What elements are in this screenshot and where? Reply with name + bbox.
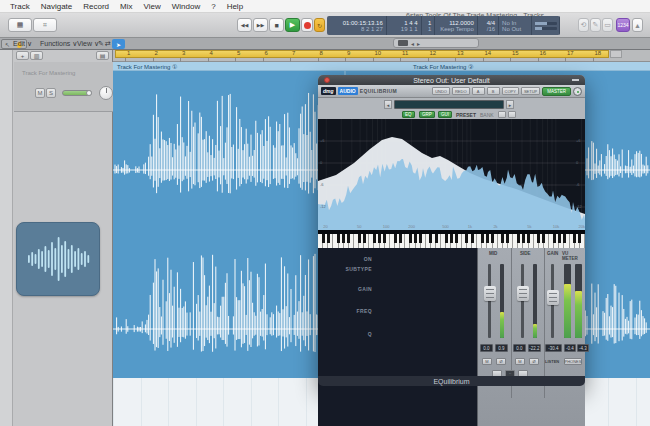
- plugin-title-bar[interactable]: Stereo Out: User Default: [318, 75, 585, 85]
- menu-view[interactable]: View ∨: [77, 40, 99, 48]
- piano-black-key[interactable]: [322, 234, 325, 243]
- cycle-button[interactable]: ↻: [314, 18, 325, 32]
- piano-black-key[interactable]: [491, 234, 494, 243]
- menu-?[interactable]: ?: [211, 2, 215, 11]
- piano-black-key[interactable]: [471, 234, 474, 243]
- stop-button[interactable]: ■: [269, 18, 284, 32]
- rewind-button[interactable]: ◀◀: [237, 18, 252, 32]
- play-button[interactable]: ▶: [285, 18, 300, 32]
- solo-track-button[interactable]: S: [46, 88, 56, 98]
- bar-ruler[interactable]: 123456789101112131415161718: [113, 50, 650, 62]
- piano-black-key[interactable]: [337, 234, 340, 243]
- piano-black-key[interactable]: [465, 234, 468, 243]
- phones-button[interactable]: PHONES: [564, 358, 582, 365]
- power-button[interactable]: [573, 87, 582, 96]
- pan-knob[interactable]: [99, 86, 113, 100]
- piano-black-key[interactable]: [558, 234, 561, 243]
- piano-black-key[interactable]: [399, 234, 402, 243]
- piano-black-key[interactable]: [537, 234, 540, 243]
- piano-black-key[interactable]: [414, 234, 417, 243]
- folder-icon[interactable]: [498, 111, 506, 118]
- piano-black-key[interactable]: [553, 234, 556, 243]
- piano-black-key[interactable]: [358, 234, 361, 243]
- menu-functions[interactable]: Functions ∨: [40, 40, 77, 48]
- piano-black-key[interactable]: [578, 234, 581, 243]
- mid-phase-button[interactable]: Ø: [496, 358, 506, 365]
- tab-grp[interactable]: GRP: [419, 111, 435, 118]
- tab-eq[interactable]: EQ: [402, 111, 415, 118]
- mute-button[interactable]: M: [35, 88, 45, 98]
- piano-black-key[interactable]: [481, 234, 484, 243]
- track-header[interactable]: Track For Mastering M S: [14, 62, 113, 112]
- plugin-window[interactable]: Stereo Out: User Default dmg AUDIO EQUIL…: [318, 75, 585, 386]
- piano-black-key[interactable]: [347, 234, 350, 243]
- menu-help[interactable]: Help: [227, 2, 243, 11]
- mid-mute-button[interactable]: M: [482, 358, 492, 365]
- piano-black-key[interactable]: [517, 234, 520, 243]
- plugin-btn-setup[interactable]: SETUP: [521, 87, 540, 95]
- piano-black-key[interactable]: [486, 234, 489, 243]
- piano-black-key[interactable]: [455, 234, 458, 243]
- piano-black-key[interactable]: [527, 234, 530, 243]
- menu-navigate[interactable]: Navigate: [41, 2, 73, 11]
- side-mute-button[interactable]: M: [515, 358, 525, 365]
- piano-black-key[interactable]: [373, 234, 376, 243]
- plugin-btn-redo[interactable]: REDO: [452, 87, 470, 95]
- duplicate-track-button[interactable]: ▥: [30, 51, 43, 60]
- piano-black-key[interactable]: [563, 234, 566, 243]
- drag-mode-icon[interactable]: [398, 40, 408, 46]
- preset-label[interactable]: PRESET: [456, 112, 476, 118]
- piano-black-key[interactable]: [419, 234, 422, 243]
- piano-black-key[interactable]: [429, 234, 432, 243]
- menu-track[interactable]: Track: [10, 2, 30, 11]
- menu-mix[interactable]: Mix: [120, 2, 132, 11]
- piano-black-key[interactable]: [383, 234, 386, 243]
- eq-spectrum-display[interactable]: +6+600-6-6-12-12 20501002005001k2k5k10k2…: [318, 119, 585, 230]
- nudge-icon[interactable]: ⇄: [105, 40, 111, 48]
- cycle-region-band[interactable]: [115, 50, 609, 58]
- menu-record[interactable]: Record: [83, 2, 109, 11]
- gain-fader[interactable]: [547, 290, 559, 305]
- left-arrow-icon[interactable]: ◂: [411, 40, 414, 47]
- right-arrow-icon[interactable]: ▸: [417, 40, 420, 47]
- tab-gui[interactable]: GUI: [438, 111, 452, 118]
- add-track-button[interactable]: +: [16, 51, 29, 60]
- lcd-display[interactable]: 01:00:15:13.168 2 1 271 4 419 1 111112.0…: [327, 16, 560, 35]
- piano-keyboard[interactable]: [318, 234, 585, 248]
- solo-button[interactable]: ▭: [602, 18, 613, 32]
- close-icon[interactable]: [324, 77, 330, 83]
- lcd-field-2[interactable]: 11: [422, 16, 436, 35]
- band-parameter-panel[interactable]: ONSUBTYPEGAINFREQQ: [318, 248, 477, 426]
- plugin-btn-copy[interactable]: COPY: [502, 87, 519, 95]
- snap-drag-controls[interactable]: ◂ ▸: [393, 38, 479, 48]
- save-icon[interactable]: [508, 111, 516, 118]
- audio-region-thumbnail[interactable]: [16, 222, 100, 296]
- side-fader[interactable]: [517, 286, 529, 301]
- lcd-field-1[interactable]: 1 4 419 1 1: [387, 16, 422, 35]
- piano-black-key[interactable]: [435, 234, 438, 243]
- region-title-bar[interactable]: Track For Mastering ① Track For Masterin…: [113, 62, 650, 71]
- metronome-button[interactable]: ▲: [632, 18, 643, 32]
- inspector-toggle-button[interactable]: ⌗: [33, 18, 57, 32]
- volume-slider[interactable]: [62, 90, 92, 96]
- catch-playhead-button[interactable]: ➤: [112, 39, 125, 49]
- bank-label[interactable]: BANK: [480, 112, 494, 118]
- piano-black-key[interactable]: [363, 234, 366, 243]
- count-in-button[interactable]: 1234: [616, 18, 630, 32]
- region-label-1[interactable]: Track For Mastering ①: [117, 63, 178, 70]
- plugin-btn-a[interactable]: A: [472, 87, 485, 95]
- lcd-field-3[interactable]: 112.0000Keep Tempo: [435, 16, 477, 35]
- piano-black-key[interactable]: [506, 234, 509, 243]
- volume-slider-cap[interactable]: [86, 90, 92, 96]
- side-phase-button[interactable]: Ø: [529, 358, 539, 365]
- piano-black-key[interactable]: [342, 234, 345, 243]
- mid-fader[interactable]: [484, 286, 496, 301]
- lcd-field-5[interactable]: No InNo Out: [499, 16, 532, 35]
- replace-button[interactable]: ⟲: [578, 18, 589, 32]
- piano-black-key[interactable]: [409, 234, 412, 243]
- piano-black-key[interactable]: [394, 234, 397, 243]
- output-meter-panel[interactable]: MIDSIDEGAINVU METER0.00.90.0-22.2-30.4-0…: [477, 248, 585, 426]
- piano-black-key[interactable]: [450, 234, 453, 243]
- forward-button[interactable]: ▶▶: [253, 18, 268, 32]
- region-label-2[interactable]: Track For Mastering ②: [413, 63, 474, 70]
